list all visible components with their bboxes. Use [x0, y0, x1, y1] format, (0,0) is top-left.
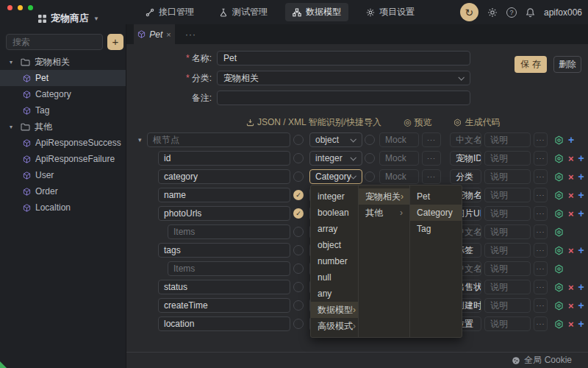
advanced-settings-gear-icon[interactable]	[554, 191, 564, 200]
tree-group-宠物相关[interactable]: ▾宠物相关	[0, 54, 126, 70]
add-field-icon[interactable]: +	[578, 208, 584, 219]
field-name-input[interactable]: name	[158, 188, 290, 202]
delete-field-icon[interactable]: ×	[568, 301, 574, 311]
add-field-icon[interactable]: +	[568, 135, 574, 145]
required-checkbox[interactable]	[293, 245, 304, 255]
required-checkbox[interactable]: ✓	[293, 208, 304, 219]
advanced-settings-gear-icon[interactable]	[554, 172, 564, 182]
row-expand-caret-icon[interactable]: ▾	[138, 136, 147, 144]
menu-item-Category[interactable]: Category	[410, 205, 462, 221]
nullable-checkbox[interactable]	[365, 171, 375, 182]
description-more-button[interactable]: ···	[534, 224, 548, 239]
sidebar-item-ApiResponseSuccess[interactable]: ApiResponseSuccess	[0, 135, 126, 151]
codegen-link[interactable]: 生成代码	[453, 116, 500, 129]
field-name-input[interactable]: Items	[168, 261, 290, 276]
description-more-button[interactable]: ···	[534, 261, 548, 276]
category-select[interactable]: 宠物相关	[217, 71, 470, 85]
required-checkbox[interactable]	[293, 135, 304, 145]
menu-item-数据模型[interactable]: 数据模型›	[311, 302, 358, 318]
description-input[interactable]: 说明	[484, 280, 531, 294]
cn-name-input[interactable]: 宠物ID	[450, 151, 481, 166]
advanced-settings-gear-icon[interactable]	[554, 209, 564, 219]
sync-button[interactable]: ↻	[460, 3, 478, 21]
advanced-settings-gear-icon[interactable]	[554, 319, 564, 329]
tab-pet[interactable]: Pet ×	[134, 24, 175, 44]
menu-item-宠物相关[interactable]: 宠物相关›	[359, 188, 409, 205]
description-input[interactable]: 说明	[484, 243, 531, 258]
mock-more-button[interactable]: ···	[422, 132, 441, 147]
required-checkbox[interactable]	[293, 300, 304, 311]
menu-item-高级模式[interactable]: 高级模式›	[311, 318, 358, 334]
nullable-checkbox[interactable]	[365, 153, 375, 163]
add-field-icon[interactable]: +	[578, 171, 584, 182]
field-name-input[interactable]: 根节点	[147, 132, 290, 147]
project-switcher[interactable]: 宠物商店 ▼	[38, 12, 99, 25]
sidebar-item-ApiResponseFailure[interactable]: ApiResponseFailure	[0, 151, 126, 167]
mock-input[interactable]: Mock	[379, 169, 419, 184]
window-controls[interactable]	[7, 5, 33, 10]
description-more-button[interactable]: ···	[534, 169, 548, 184]
add-field-icon[interactable]: +	[578, 245, 584, 255]
field-name-input[interactable]: Items	[168, 224, 290, 239]
topnav-项目设置[interactable]: 项目设置	[359, 3, 422, 21]
sidebar-item-User[interactable]: User	[0, 167, 126, 183]
delete-field-icon[interactable]: ×	[568, 246, 574, 255]
description-input[interactable]: 说明	[484, 316, 531, 331]
menu-item-array[interactable]: array	[311, 221, 358, 237]
add-field-icon[interactable]: +	[578, 300, 584, 311]
delete-button[interactable]: 删除	[553, 56, 581, 73]
required-checkbox[interactable]	[293, 227, 304, 237]
description-input[interactable]: 说明	[484, 169, 531, 184]
delete-field-icon[interactable]: ×	[568, 283, 574, 292]
sidebar-item-Localtion[interactable]: Localtion	[0, 199, 126, 216]
search-input[interactable]: 搜索	[6, 34, 103, 50]
maximize-window-icon[interactable]	[28, 5, 33, 10]
name-field[interactable]: Pet	[217, 51, 470, 66]
menu-item-any[interactable]: any	[311, 286, 358, 302]
more-tabs-icon[interactable]: ···	[185, 29, 196, 40]
description-input[interactable]: 说明	[484, 206, 531, 221]
field-name-input[interactable]: category	[158, 169, 290, 184]
sidebar-item-Pet[interactable]: Pet	[0, 70, 126, 86]
sidebar-item-Tag[interactable]: Tag	[0, 102, 126, 118]
advanced-settings-gear-icon[interactable]	[554, 135, 564, 145]
menu-item-integer[interactable]: integer	[311, 188, 358, 205]
description-input[interactable]: 说明	[484, 298, 531, 313]
field-name-input[interactable]: tags	[158, 243, 290, 258]
advanced-settings-gear-icon[interactable]	[554, 264, 564, 274]
description-input[interactable]: 说明	[484, 132, 531, 147]
advanced-settings-gear-icon[interactable]	[554, 301, 564, 311]
add-field-icon[interactable]: +	[578, 190, 584, 200]
delete-field-icon[interactable]: ×	[568, 154, 574, 163]
note-field[interactable]	[217, 91, 470, 105]
delete-field-icon[interactable]: ×	[568, 209, 574, 219]
field-name-input[interactable]: status	[158, 280, 290, 294]
sidebar-item-Category[interactable]: Category	[0, 86, 126, 102]
description-input[interactable]: 说明	[484, 188, 531, 202]
description-input[interactable]: 说明	[484, 224, 531, 239]
description-input[interactable]: 说明	[484, 261, 531, 276]
menu-item-其他[interactable]: 其他›	[359, 205, 409, 221]
menu-item-Tag[interactable]: Tag	[410, 221, 462, 237]
description-input[interactable]: 说明	[484, 151, 531, 166]
description-more-button[interactable]: ···	[534, 298, 548, 313]
description-more-button[interactable]: ···	[534, 243, 548, 258]
field-name-input[interactable]: createTime	[158, 298, 290, 313]
advanced-settings-gear-icon[interactable]	[554, 283, 564, 292]
required-checkbox[interactable]	[293, 282, 304, 292]
required-checkbox[interactable]: ✓	[293, 190, 304, 200]
menu-item-object[interactable]: object	[311, 237, 358, 253]
tree-group-其他[interactable]: ▾其他	[0, 118, 126, 135]
description-more-button[interactable]: ···	[534, 188, 548, 202]
menu-item-number[interactable]: number	[311, 253, 358, 269]
delete-field-icon[interactable]: ×	[568, 319, 574, 329]
smart-import-link[interactable]: JSON / XML 智能识别/快捷导入	[246, 116, 381, 129]
menu-item-null[interactable]: null	[311, 269, 358, 286]
required-checkbox[interactable]	[293, 319, 304, 329]
description-more-button[interactable]: ···	[534, 132, 548, 147]
username[interactable]: apifox006	[544, 7, 582, 18]
sidebar-item-Order[interactable]: Order	[0, 183, 126, 199]
close-tab-icon[interactable]: ×	[166, 30, 171, 39]
menu-item-Pet[interactable]: Pet	[410, 188, 462, 205]
delete-field-icon[interactable]: ×	[568, 172, 574, 182]
